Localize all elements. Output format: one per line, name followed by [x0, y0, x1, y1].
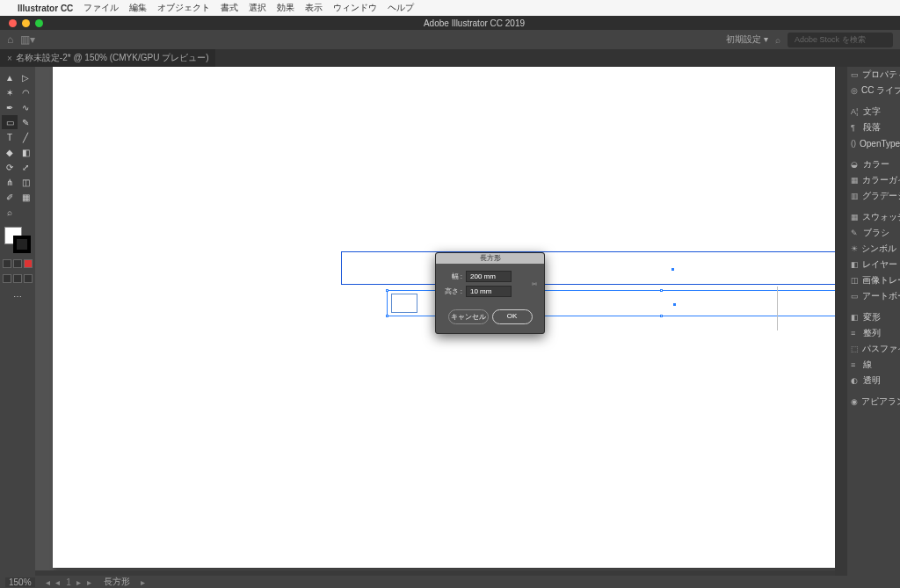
panel-プロパティ[interactable]: ▭プロパティ: [847, 67, 900, 83]
document-tab[interactable]: × 名称未設定-2* @ 150% (CMYK/GPU プレビュー): [0, 49, 215, 67]
color-mode-2[interactable]: [13, 259, 22, 268]
panel-カラー[interactable]: ◒カラー: [847, 156, 900, 172]
app-menu[interactable]: Illustrator CC: [18, 4, 73, 13]
panel-段落[interactable]: ¶段落: [847, 120, 900, 135]
zoom-tool[interactable]: ⌕: [2, 205, 18, 219]
stroke-swatch[interactable]: [13, 236, 31, 253]
adobe-stock-search[interactable]: Adobe Stock を検索: [788, 33, 893, 47]
direct-selection-tool[interactable]: ▷: [18, 70, 33, 84]
panel-label: CC ライブラ..: [861, 84, 900, 97]
panel-label: 画像トレース: [862, 274, 900, 287]
panel-ブラシ[interactable]: ✎ブラシ: [847, 225, 900, 241]
panel-icon: ▦: [851, 176, 859, 185]
menu-file[interactable]: ファイル: [83, 2, 119, 14]
home-icon[interactable]: ⌂: [7, 33, 13, 46]
status-menu-icon[interactable]: ▸: [141, 577, 147, 587]
panel-label: カラーガイド: [862, 174, 900, 186]
panel-icon: ▭: [851, 292, 859, 301]
eraser-tool[interactable]: ◧: [18, 145, 33, 159]
width-input[interactable]: 200 mm: [466, 271, 512, 282]
panel-icon: ◉: [851, 397, 858, 406]
drawing-rectangle-start: [391, 294, 417, 313]
line-tool[interactable]: ╱: [18, 130, 33, 144]
magic-wand-tool[interactable]: ✶: [2, 85, 18, 99]
rotate-tool[interactable]: ⟳: [2, 160, 18, 174]
panel-icon: ▭: [851, 70, 859, 79]
panel-グラデーショ..[interactable]: ▥グラデーショ..: [847, 188, 900, 204]
window-minimize-button[interactable]: [22, 19, 30, 27]
panel-整列[interactable]: ≡整列: [847, 325, 900, 341]
height-input[interactable]: 10 mm: [466, 286, 512, 297]
toolbox: ▲▷ ✶◠ ✒∿ ▭✎ T╱ ◆◧ ⟳⤢ ⋔◫ ✐▦ ⌕ ⋯: [0, 67, 35, 576]
gradient-tool[interactable]: ▦: [18, 190, 33, 204]
draw-mode-2[interactable]: [13, 274, 22, 283]
panel-アピアランス[interactable]: ◉アピアランス: [847, 394, 900, 410]
panel-レイヤー[interactable]: ◧レイヤー: [847, 257, 900, 272]
panel-CC ライブラ..[interactable]: ◎CC ライブラ..: [847, 83, 900, 98]
window-zoom-button[interactable]: [35, 19, 43, 27]
panel-label: 線: [863, 359, 872, 371]
window-title: Adobe Illustrator CC 2019: [48, 18, 900, 28]
search-icon[interactable]: ⌕: [775, 35, 780, 45]
panel-カラーガイド[interactable]: ▦カラーガイド: [847, 172, 900, 188]
draw-mode-1[interactable]: [3, 274, 11, 283]
fill-stroke-swatches[interactable]: [4, 227, 31, 253]
color-mode-3[interactable]: [24, 259, 33, 268]
panel-icon: ¶: [851, 123, 860, 132]
menu-object[interactable]: オブジェクト: [157, 2, 210, 14]
existing-rectangle[interactable]: [341, 251, 835, 285]
panel-透明[interactable]: ◐透明: [847, 373, 900, 388]
panel-label: 文字: [863, 105, 881, 118]
lasso-tool[interactable]: ◠: [18, 85, 33, 99]
menu-type[interactable]: 書式: [221, 2, 238, 14]
panel-画像トレース[interactable]: ◫画像トレース: [847, 272, 900, 288]
scale-tool[interactable]: ⤢: [18, 160, 33, 174]
panel-collapse-strip[interactable]: [835, 67, 847, 576]
panel-icon: ≡: [851, 360, 860, 369]
panel-アートボード[interactable]: ▭アートボード: [847, 288, 900, 304]
panel-icon: ◫: [851, 276, 859, 285]
free-transform-tool[interactable]: ◫: [18, 175, 33, 189]
close-tab-icon[interactable]: ×: [7, 54, 12, 63]
rectangle-tool[interactable]: ▭: [2, 115, 18, 129]
status-bar: 150% ◂ ◂ 1 ▸ ▸ 長方形 ▸: [0, 576, 900, 588]
menu-help[interactable]: ヘルプ: [388, 2, 414, 14]
panel-パスファイ..[interactable]: ⬚パスファイ..: [847, 341, 900, 357]
panel-文字[interactable]: A¦文字: [847, 104, 900, 120]
cancel-button[interactable]: キャンセル: [448, 309, 489, 324]
panel-スウォッチ[interactable]: ▦スウォッチ: [847, 209, 900, 225]
toolbox-more[interactable]: ⋯: [10, 289, 25, 303]
window-close-button[interactable]: [9, 19, 17, 27]
zoom-level[interactable]: 150%: [5, 577, 35, 587]
workspace-switcher[interactable]: 初期設定 ▾: [726, 33, 768, 46]
menu-effect[interactable]: 効果: [277, 2, 294, 14]
panel-label: 段落: [863, 121, 881, 134]
menu-view[interactable]: 表示: [305, 2, 323, 14]
pen-tool[interactable]: ✒: [2, 100, 18, 114]
menu-edit[interactable]: 編集: [129, 2, 147, 14]
constrain-proportions-icon[interactable]: ⨝: [532, 278, 537, 287]
selection-tool[interactable]: ▲: [2, 70, 18, 84]
panel-label: パスファイ..: [862, 343, 900, 355]
artboard-nav[interactable]: ◂ ◂ 1 ▸ ▸: [46, 577, 94, 587]
panel-変形[interactable]: ◧変形: [847, 309, 900, 325]
color-mode-1[interactable]: [3, 259, 11, 268]
eyedropper-tool[interactable]: ✐: [2, 190, 18, 204]
type-tool[interactable]: T: [2, 130, 18, 144]
arrange-icon[interactable]: ▥▾: [20, 33, 35, 46]
panel-OpenType[interactable]: ()OpenType: [847, 135, 900, 151]
panel-label: ブラシ: [863, 227, 889, 239]
shaper-tool[interactable]: ◆: [2, 145, 18, 159]
panel-label: 透明: [863, 374, 881, 387]
draw-mode-row: [3, 274, 33, 283]
panel-icon: ◧: [851, 260, 859, 269]
menu-select[interactable]: 選択: [249, 2, 266, 14]
panel-線[interactable]: ≡線: [847, 357, 900, 373]
ok-button[interactable]: OK: [492, 309, 533, 324]
draw-mode-3[interactable]: [24, 274, 33, 283]
curvature-tool[interactable]: ∿: [18, 100, 33, 114]
paintbrush-tool[interactable]: ✎: [18, 115, 33, 129]
width-tool[interactable]: ⋔: [2, 175, 18, 189]
panel-シンボル[interactable]: ☀シンボル: [847, 241, 900, 257]
menu-window[interactable]: ウィンドウ: [333, 2, 377, 14]
